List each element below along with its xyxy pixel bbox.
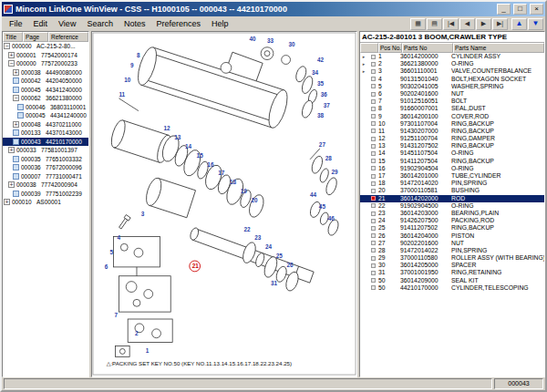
parts-row[interactable]: 2636014204000PISTON (360, 232, 544, 240)
collapse-icon[interactable]: − (4, 43, 10, 49)
parts-row[interactable]: 2136014202000ROD (360, 195, 544, 202)
parts-row[interactable]: 2937000110580ROLLER ASSY (WITH BEARING)A… (360, 254, 544, 262)
item-checkbox[interactable] (371, 84, 376, 88)
callout-20[interactable]: 20 (251, 197, 258, 203)
tree-item[interactable]: 00013344370143000 (3, 129, 88, 138)
callout-31[interactable]: 31 (271, 280, 278, 286)
callout-22[interactable]: 22 (244, 226, 252, 232)
callout-1[interactable]: 1 (146, 347, 150, 354)
parts-row[interactable]: 891660007001SEAL,DUST (360, 105, 544, 112)
item-checkbox[interactable] (371, 159, 376, 163)
parts-row[interactable]: ▸136014200000CYLINDER ASSY (360, 53, 544, 60)
callout-9[interactable]: 9 (130, 62, 134, 68)
tree-item[interactable]: +000010AS00001 (3, 198, 88, 207)
tree-item[interactable]: 00000777731000471 (3, 172, 88, 181)
parts-row[interactable]: 1891472014020PIN,SPRING (360, 180, 544, 187)
parts-row[interactable]: 590302041005WASHER,SPRING (360, 83, 544, 90)
callout-29[interactable]: 29 (332, 169, 339, 175)
callout-46[interactable]: 46 (328, 215, 335, 222)
parts-row[interactable]: 1391431207502RING,BACKUP (360, 142, 544, 150)
menu-notes[interactable]: Notes (119, 18, 151, 29)
item-checkbox[interactable] (371, 62, 376, 67)
maximize-button[interactable]: □ (513, 4, 527, 15)
item-checkbox[interactable] (371, 203, 376, 208)
parts-row[interactable]: 1097301107004RING,BACKUP (360, 120, 544, 128)
page-up-icon[interactable]: ▲ (511, 18, 527, 30)
callout-3[interactable]: 3 (141, 211, 145, 217)
callout-33[interactable]: 33 (267, 37, 274, 44)
item-checkbox[interactable] (371, 166, 376, 170)
catalog-grid-icon[interactable]: ▦ (410, 18, 426, 30)
prev-page-icon[interactable]: ◀ (459, 18, 475, 30)
expand-icon[interactable]: + (8, 181, 15, 188)
callout-7[interactable]: 7 (114, 312, 118, 318)
tree-item[interactable]: 00004544341240000 (3, 86, 88, 95)
tree-item[interactable]: 00004636803110001 (3, 103, 88, 112)
item-checkbox[interactable] (371, 129, 376, 133)
callout-4[interactable]: 4 (117, 234, 120, 241)
callout-42[interactable]: 42 (317, 57, 325, 63)
parts-row[interactable]: ▸236621380000O-RING (360, 60, 544, 67)
callout-14[interactable]: 14 (185, 143, 192, 150)
item-checkbox[interactable] (371, 151, 376, 156)
menu-preferences[interactable]: Preferences (150, 18, 206, 29)
tree-item[interactable]: +00003877742000904 (3, 181, 88, 190)
item-checkbox[interactable] (371, 226, 376, 231)
item-checkbox[interactable] (371, 248, 376, 253)
menu-search[interactable]: Search (81, 18, 119, 29)
callout-23[interactable]: 23 (254, 234, 262, 241)
expand-icon[interactable]: + (8, 52, 15, 58)
callout-44[interactable]: 44 (310, 191, 317, 198)
menu-view[interactable]: View (53, 18, 81, 29)
last-page-icon[interactable]: ▶| (492, 18, 508, 30)
page-down-icon[interactable]: ▼ (528, 18, 543, 30)
tree-item[interactable]: 00003577651003332 (3, 155, 88, 164)
callout-2[interactable]: 2 (135, 330, 139, 336)
expand-icon[interactable]: + (4, 199, 10, 205)
parts-row[interactable]: 2336014203000BEARING,PLAIN (360, 210, 544, 217)
tree-column-reference[interactable]: Reference (48, 32, 88, 42)
parts-row[interactable]: 1591411207504RING,BACKUP (360, 158, 544, 165)
callout-19[interactable]: 19 (241, 188, 248, 194)
parts-row[interactable]: 2291902904500O-RING (360, 202, 544, 210)
parts-row[interactable]: 3036014205000SPACER (360, 262, 544, 269)
parts-row[interactable]: ▸336601110001VALVE,COUNTERBALANCE (360, 67, 544, 75)
book-icon[interactable]: ▤ (427, 18, 442, 30)
parts-row[interactable]: 1736014201000TUBE,CYLINDER (360, 172, 544, 180)
parts-row[interactable]: 3137001001950RING,RETAINING (360, 269, 544, 276)
item-checkbox[interactable] (371, 271, 376, 275)
tree-item[interactable]: +00004844370211000 (3, 120, 88, 129)
callout-37[interactable]: 37 (324, 102, 331, 108)
parts-row[interactable]: 490131501040BOLT,HEXAGON SOCKET (360, 76, 544, 83)
item-checkbox[interactable] (371, 189, 376, 193)
item-checkbox[interactable] (371, 69, 376, 74)
tree-item[interactable]: −000000AC-215-2-80... (3, 42, 88, 51)
callout-13[interactable]: 13 (174, 134, 181, 140)
callout-35[interactable]: 35 (317, 80, 325, 87)
parts-row[interactable]: 2790202201600NUT (360, 240, 544, 247)
parts-row[interactable]: 1291251100704RING,DAMPER (360, 135, 544, 142)
title-bar[interactable]: Mincom LinkOne WinView - CSS -- H1000105… (2, 2, 545, 16)
callout-26[interactable]: 26 (287, 262, 294, 268)
callout-34[interactable]: 34 (312, 69, 319, 76)
callout-18[interactable]: 18 (230, 179, 237, 185)
item-checkbox[interactable] (371, 211, 376, 216)
item-checkbox[interactable] (371, 241, 376, 245)
tree-column-title[interactable]: Title (3, 32, 23, 42)
parts-row[interactable]: 1491451107504O-RING (360, 150, 544, 157)
minimize-button[interactable]: _ (497, 4, 511, 15)
tree-item[interactable]: −00006236621380000 (3, 94, 88, 103)
item-checkbox[interactable] (371, 278, 376, 283)
tree-column-page[interactable]: Page (23, 32, 48, 42)
callout-17[interactable]: 17 (218, 170, 225, 176)
menu-help[interactable]: Help (206, 18, 234, 29)
parts-row[interactable]: 1691902904504O-RING (360, 165, 544, 172)
callout-28[interactable]: 28 (325, 155, 333, 161)
callout-6[interactable]: 6 (105, 263, 108, 270)
callout-16[interactable]: 16 (207, 161, 214, 168)
parts-column-pos[interactable]: Pos No. (378, 43, 402, 53)
parts-row[interactable]: 936014200100COVER,ROD (360, 113, 544, 120)
tree-item[interactable]: 00004344210170000 (3, 138, 88, 147)
callout-36[interactable]: 36 (321, 91, 328, 98)
tree-item[interactable]: +00003377581001397 (3, 146, 88, 155)
